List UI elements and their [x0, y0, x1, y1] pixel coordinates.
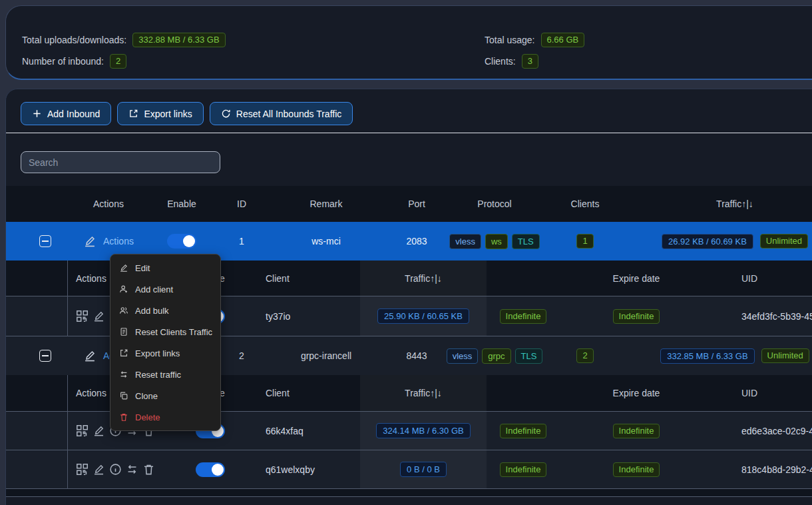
edit-client-icon[interactable] — [93, 463, 105, 476]
row-actions-dropdown[interactable]: Actions — [103, 236, 134, 247]
cell-id: 2 — [215, 336, 268, 375]
menu-item-reset-traffic[interactable]: Reset traffic — [110, 364, 220, 385]
client-header-traffic-sort[interactable]: Traffic↑|↓ — [360, 260, 487, 296]
user-add-icon — [118, 284, 128, 294]
cell-port: 2083 — [384, 222, 449, 260]
menu-label: Edit — [135, 263, 150, 273]
menu-item-add-bulk[interactable]: Add bulk — [110, 300, 220, 321]
menu-item-clone[interactable]: Clone — [110, 385, 220, 406]
reset-all-traffic-button[interactable]: Reset All Inbounds Traffic — [210, 102, 353, 125]
qrcode-icon[interactable] — [76, 310, 89, 322]
menu-item-delete[interactable]: Delete — [110, 406, 220, 428]
client-limit-badge: Indefinite — [500, 309, 547, 324]
client-uid: 818c4b8d-29b2-4 — [713, 450, 812, 488]
menu-label: Reset traffic — [135, 370, 181, 380]
client-enable-toggle[interactable] — [196, 462, 225, 477]
client-header-uid: UID — [713, 375, 812, 411]
client-limit-badge: Indefinite — [500, 462, 547, 477]
cell-protocol: vless ws TLS — [449, 222, 540, 260]
client-header-expire: Expire date — [560, 260, 713, 296]
client-expire-badge: Indefinite — [613, 424, 660, 438]
traffic-limit-badge: Unlimited — [761, 348, 809, 363]
header-remark: Remark — [268, 186, 384, 222]
menu-item-edit[interactable]: Edit — [110, 257, 220, 278]
clients-label: Clients: — [485, 56, 516, 67]
add-inbound-button[interactable]: Add Inbound — [21, 102, 111, 125]
protocol-badge-ws: ws — [485, 234, 508, 249]
export-links-label: Export links — [144, 109, 192, 119]
qrcode-icon[interactable] — [76, 463, 89, 476]
menu-label: Add client — [135, 284, 173, 294]
copy-icon — [118, 391, 128, 400]
menu-item-add-client[interactable]: Add client — [110, 278, 220, 300]
export-icon — [118, 348, 128, 358]
protocol-badge-tls: TLS — [512, 234, 540, 249]
client-uid: 34efd3fc-5b39-45 — [713, 296, 812, 336]
header-protocol: Protocol — [449, 186, 540, 222]
edit-client-icon[interactable] — [93, 310, 105, 322]
header-traffic-sort[interactable]: Traffic↑|↓ — [630, 186, 812, 222]
table-footer-strip — [6, 489, 812, 497]
enable-toggle[interactable] — [167, 234, 196, 249]
delete-icon — [118, 412, 128, 422]
swap-icon — [118, 370, 128, 379]
stats-card: Total uploads/downloads: 332.88 MB / 6.3… — [5, 5, 812, 80]
client-header-limit — [487, 375, 560, 411]
menu-label: Add bulk — [135, 306, 169, 316]
traffic-badge: 332.85 MB / 6.33 GB — [660, 348, 754, 364]
cell-protocol: vless grpc TLS — [449, 336, 540, 375]
reload-icon — [221, 109, 231, 119]
client-name: ty37io — [247, 296, 353, 336]
menu-label: Delete — [135, 412, 160, 422]
cell-remark: grpc-irancell — [268, 336, 384, 375]
client-header-client: Client — [247, 375, 353, 411]
client-traffic-badge: 25.90 KB / 60.65 KB — [377, 308, 469, 324]
users-add-icon — [118, 306, 128, 315]
client-uid: ed6e3ace-02c9-4 — [713, 412, 812, 450]
header-actions: Actions — [69, 186, 148, 222]
header-port: Port — [384, 186, 449, 222]
edit-icon[interactable] — [83, 235, 97, 248]
client-limit-badge: Indefinite — [500, 424, 547, 438]
protocol-badge-vless: vless — [447, 348, 479, 364]
reset-client-traffic-icon[interactable] — [126, 463, 138, 476]
plus-icon — [32, 109, 42, 119]
toolbar-divider — [6, 133, 812, 133]
cell-port: 8443 — [384, 336, 449, 375]
client-name: 66k4xfaq — [247, 412, 353, 450]
qrcode-icon[interactable] — [76, 424, 89, 437]
edit-icon[interactable] — [83, 349, 97, 362]
collapse-row-checkbox[interactable] — [39, 235, 51, 247]
client-header-traffic-sort[interactable]: Traffic↑|↓ — [360, 375, 487, 411]
total-usage-value: 6.66 GB — [541, 33, 585, 47]
clients-count-badge: 2 — [576, 348, 593, 363]
menu-label: Clone — [135, 391, 158, 401]
file-reset-icon — [118, 327, 128, 336]
actions-context-menu: Edit Add client Add bulk Reset Clients T… — [110, 254, 221, 431]
cell-id: 1 — [215, 222, 268, 260]
delete-client-icon[interactable] — [142, 463, 155, 476]
menu-label: Reset Clients Traffic — [135, 327, 212, 337]
client-expire-badge: Indefinite — [613, 462, 660, 477]
add-inbound-label: Add Inbound — [47, 109, 100, 119]
traffic-limit-badge: Unlimited — [760, 234, 808, 249]
info-icon[interactable] — [109, 463, 122, 476]
menu-item-reset-clients-traffic[interactable]: Reset Clients Traffic — [110, 321, 220, 342]
search-input[interactable] — [21, 151, 220, 173]
collapse-row-checkbox[interactable] — [39, 350, 51, 362]
client-traffic-badge: 0 B / 0 B — [400, 462, 447, 477]
traffic-badge: 26.92 KB / 60.69 KB — [662, 234, 753, 249]
export-links-button[interactable]: Export links — [117, 102, 203, 125]
header-enable: Enable — [148, 186, 215, 222]
reset-all-traffic-label: Reset All Inbounds Traffic — [236, 109, 342, 119]
protocol-badge-tls: TLS — [515, 348, 543, 364]
header-id: ID — [215, 186, 268, 222]
inner-table-border — [67, 375, 68, 489]
menu-item-export-links[interactable]: Export links — [110, 342, 220, 364]
client-expire-badge: Indefinite — [613, 309, 660, 324]
number-of-inbound-value: 2 — [110, 54, 126, 69]
edit-client-icon[interactable] — [93, 424, 105, 437]
client-header-uid: UID — [713, 260, 812, 296]
inner-table-border — [67, 260, 68, 336]
client-header-limit — [487, 260, 560, 296]
